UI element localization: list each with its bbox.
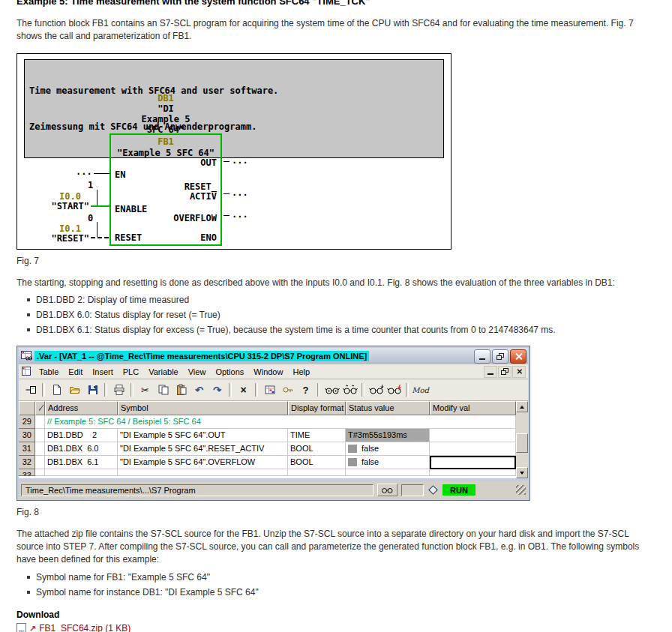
symbol-cell[interactable]: "DI Example 5 SFC 64".RESET_ACTIV bbox=[118, 442, 288, 456]
help-button[interactable]: ? bbox=[297, 382, 314, 398]
undo-button[interactable]: ↶ bbox=[190, 382, 208, 398]
monitor-status-button[interactable] bbox=[377, 484, 398, 496]
menu-insert[interactable]: Insert bbox=[88, 367, 118, 377]
pin-button[interactable] bbox=[22, 382, 39, 398]
scroll-up-button[interactable] bbox=[516, 401, 528, 412]
address-cell[interactable] bbox=[45, 469, 118, 476]
symbol-column-header[interactable]: Symbol bbox=[118, 401, 288, 415]
fig7-caption: Fig. 7 bbox=[16, 256, 652, 266]
cut-button[interactable]: ✂ bbox=[136, 382, 154, 398]
save-button[interactable] bbox=[84, 382, 101, 398]
mdi-minimize-button[interactable] bbox=[484, 366, 497, 378]
modify-value-cell[interactable] bbox=[430, 429, 516, 442]
status-value-column-header[interactable]: Status value bbox=[346, 401, 430, 415]
marker-cell[interactable] bbox=[35, 469, 45, 476]
toolbar: ✂ ↶ ↷ × ? Mod bbox=[19, 379, 528, 401]
cpu-run-indicator: RUN bbox=[442, 484, 476, 496]
en-wire bbox=[94, 173, 110, 174]
monitor-once-button[interactable] bbox=[323, 382, 340, 398]
edit-marker-icon bbox=[38, 403, 45, 412]
table-row: 32 DB1.DBX 6.1 "DI Example 5 SFC 64".OVE… bbox=[19, 456, 516, 469]
display-format-column-header[interactable]: Display format bbox=[288, 401, 346, 415]
display-format-cell[interactable]: BOOL bbox=[288, 456, 346, 469]
status-value-cell[interactable]: T#3m55s193ms bbox=[346, 429, 430, 442]
vertical-scrollbar[interactable] bbox=[516, 401, 528, 478]
row-number[interactable]: 31 bbox=[19, 442, 35, 456]
minimize-icon bbox=[488, 373, 494, 375]
marker-cell[interactable] bbox=[35, 415, 45, 429]
paste-button[interactable] bbox=[172, 382, 190, 398]
modify-value-column-header[interactable]: Modify val bbox=[430, 401, 516, 415]
monitor-once-glasses-icon bbox=[325, 385, 340, 395]
menu-edit[interactable]: Edit bbox=[64, 367, 87, 377]
scrollbar-thumb[interactable] bbox=[516, 433, 528, 453]
symbol-cell[interactable] bbox=[118, 469, 288, 476]
pin-en: EN bbox=[115, 169, 125, 180]
copy-button[interactable] bbox=[154, 382, 172, 398]
address-column-header[interactable]: Address bbox=[45, 401, 118, 415]
status-value-cell[interactable]: false bbox=[346, 456, 430, 469]
symbol-cell[interactable]: "DI Example 5 SFC 64".OUT bbox=[118, 429, 288, 442]
restore-button[interactable] bbox=[492, 349, 508, 364]
redo-button[interactable]: ↷ bbox=[208, 382, 226, 398]
resize-grip[interactable] bbox=[516, 485, 526, 495]
delete-button[interactable]: × bbox=[235, 382, 252, 398]
new-button[interactable] bbox=[48, 382, 65, 398]
row-number[interactable]: 32 bbox=[19, 456, 35, 469]
display-format-cell[interactable]: BOOL bbox=[288, 442, 346, 456]
status-value-cell[interactable] bbox=[346, 469, 430, 476]
download-link[interactable]: FB1_SFC64.zip (1 KB) bbox=[39, 623, 130, 632]
list-item: Symbol name for FB1: "Example 5 SFC 64" bbox=[27, 572, 642, 583]
address-cell[interactable]: DB1.DBD 2 bbox=[45, 429, 118, 442]
trigger-button[interactable] bbox=[261, 382, 278, 398]
address-cell[interactable]: DB1.DBX 6.0 bbox=[45, 442, 118, 456]
menu-plc[interactable]: PLC bbox=[118, 367, 143, 377]
script-button[interactable]: Mod bbox=[412, 382, 429, 398]
menu-help[interactable]: Help bbox=[288, 367, 314, 377]
status-value-cell[interactable]: false bbox=[346, 442, 430, 456]
list-item: Symbol name for instance DB1: "DI Exampl… bbox=[27, 587, 642, 598]
menu-options[interactable]: Options bbox=[211, 367, 248, 377]
open-folder-icon bbox=[69, 384, 81, 396]
menu-variable[interactable]: Variable bbox=[144, 367, 183, 377]
toolbar-separator bbox=[255, 383, 258, 397]
comment-cell[interactable]: // Example 5: SFC 64 / Beispiel 5: SFC 6… bbox=[45, 415, 516, 429]
display-format-cell[interactable] bbox=[288, 469, 346, 476]
glasses-icon bbox=[381, 486, 394, 494]
minimize-button[interactable] bbox=[474, 349, 490, 364]
page-title: Example 5: Time measurement with the sys… bbox=[16, 0, 652, 7]
activate-modify-button[interactable] bbox=[368, 382, 385, 398]
modify-button[interactable] bbox=[386, 382, 403, 398]
download-heading: Download bbox=[16, 610, 652, 620]
toolbar-separator bbox=[362, 383, 364, 397]
list-item-text: Symbol name for FB1: "Example 5 SFC 64" bbox=[36, 572, 210, 583]
menu-view[interactable]: View bbox=[184, 367, 211, 377]
close-button[interactable] bbox=[510, 349, 526, 364]
key-button[interactable] bbox=[279, 382, 296, 398]
menu-table[interactable]: Table bbox=[34, 367, 63, 377]
scroll-down-button[interactable] bbox=[516, 467, 528, 478]
scrollbar-track[interactable] bbox=[516, 412, 528, 467]
row-number[interactable]: 29 bbox=[19, 415, 35, 429]
diamond-status-icon bbox=[428, 486, 438, 496]
list-item-text: Symbol name for instance DB1: "DI Exampl… bbox=[36, 587, 259, 598]
row-number[interactable]: 30 bbox=[19, 429, 35, 442]
row-number[interactable]: 33 bbox=[19, 469, 35, 476]
modify-value-cell[interactable] bbox=[430, 442, 516, 456]
address-cell[interactable]: DB1.DBX 6.1 bbox=[45, 456, 118, 469]
marker-cell[interactable] bbox=[35, 456, 45, 469]
print-button[interactable] bbox=[110, 382, 128, 398]
marker-cell[interactable] bbox=[35, 429, 45, 442]
pin-out: OUT bbox=[200, 157, 217, 168]
mdi-close-button[interactable] bbox=[512, 366, 526, 378]
mdi-restore-button[interactable] bbox=[498, 366, 512, 378]
display-format-cell[interactable]: TIME bbox=[288, 429, 346, 442]
menu-window[interactable]: Window bbox=[249, 367, 287, 377]
row-number-header bbox=[19, 401, 35, 415]
modify-value-cell[interactable] bbox=[430, 469, 516, 476]
monitor-button[interactable] bbox=[341, 382, 358, 398]
open-button[interactable] bbox=[66, 382, 83, 398]
marker-cell[interactable] bbox=[35, 442, 45, 456]
modify-value-cell-selected[interactable] bbox=[430, 456, 516, 469]
symbol-cell[interactable]: "DI Example 5 SFC 64".OVERFLOW bbox=[118, 456, 288, 469]
